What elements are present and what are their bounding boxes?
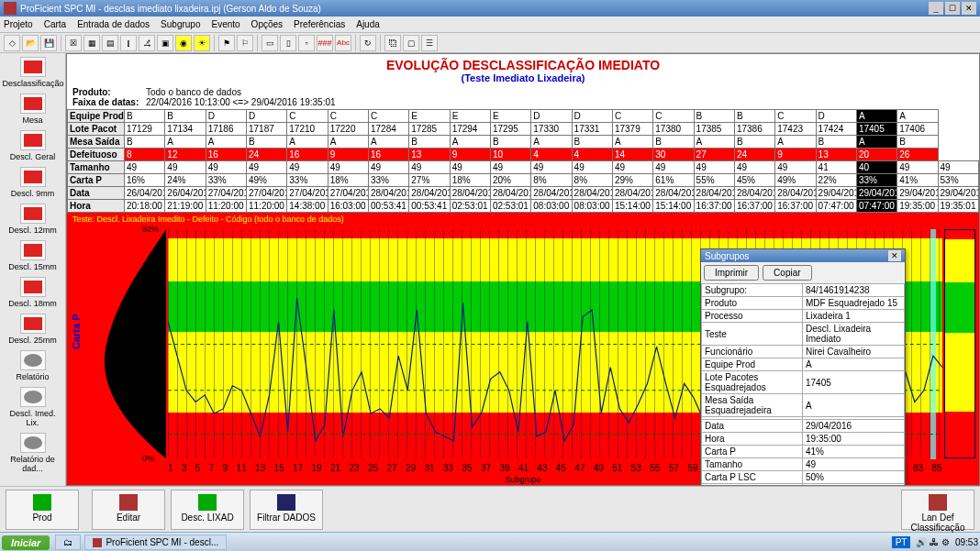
sidebar-item[interactable]: Relatório bbox=[3, 348, 63, 383]
tray-lang[interactable]: PT bbox=[892, 536, 911, 548]
table-cell: 17380 bbox=[653, 123, 694, 136]
table-cell: B bbox=[409, 136, 450, 149]
popup-close-button[interactable]: ✕ bbox=[888, 250, 901, 261]
sidebar-item[interactable]: Desclassificação bbox=[3, 55, 63, 90]
tb-table2[interactable]: ▤ bbox=[102, 35, 118, 51]
tb-win2[interactable]: ▯ bbox=[280, 35, 296, 51]
table-cell: 10 bbox=[490, 149, 530, 161]
maximize-button[interactable]: ☐ bbox=[945, 2, 960, 15]
subgroup-popup[interactable]: Subgrupos ✕ Imprimir Copiar Subgrupo:84/… bbox=[700, 248, 906, 486]
table-cell: D bbox=[246, 110, 286, 123]
table-cell: 17129 bbox=[125, 123, 165, 136]
table-cell: A bbox=[612, 136, 652, 149]
table-cell: C bbox=[653, 110, 694, 123]
action-button[interactable]: Filtrar DADOS bbox=[250, 490, 323, 530]
sidebar-label: Relatório de dad... bbox=[3, 455, 63, 473]
tb-yellow2[interactable]: ☀ bbox=[194, 35, 210, 51]
menu-projeto[interactable]: Projeto bbox=[4, 19, 33, 29]
close-button[interactable]: ✕ bbox=[962, 2, 976, 15]
chart-histogram bbox=[87, 229, 166, 458]
window-titlebar: ProFicient SPC MI - desclas imediato lix… bbox=[0, 0, 980, 17]
tb-win1[interactable]: ▭ bbox=[262, 35, 278, 51]
table-cell: 17134 bbox=[165, 123, 206, 136]
table-cell: E bbox=[450, 110, 490, 123]
tb-win3[interactable]: ▫ bbox=[298, 35, 315, 51]
tb-table1[interactable]: ▦ bbox=[84, 35, 100, 51]
tb-hash[interactable]: ### bbox=[317, 35, 333, 51]
tb-paste[interactable]: ▢ bbox=[403, 35, 419, 51]
menu-ajuda[interactable]: Ajuda bbox=[356, 19, 380, 29]
sidebar-icon bbox=[20, 277, 46, 297]
menu-carta[interactable]: Carta bbox=[44, 19, 66, 29]
menu-evento[interactable]: Evento bbox=[211, 19, 239, 29]
action-icon bbox=[277, 494, 295, 511]
table-cell: 49 bbox=[125, 161, 165, 174]
tb-copy[interactable]: ⿻ bbox=[384, 35, 401, 51]
sidebar-item[interactable]: Descl. Geral bbox=[3, 128, 63, 163]
minimize-button[interactable]: _ bbox=[929, 2, 943, 15]
table-cell: E bbox=[409, 110, 450, 123]
table-cell: 28/04/2016 bbox=[450, 187, 490, 200]
table-cell: 28/04/2016 bbox=[734, 187, 774, 200]
tb-form[interactable]: ▣ bbox=[157, 35, 173, 51]
tb-new[interactable]: ◇ bbox=[4, 35, 20, 51]
tb-abc[interactable]: Abc bbox=[335, 35, 351, 51]
table-cell: B bbox=[125, 136, 165, 149]
popup-cell: Nirei Cavalheiro bbox=[803, 346, 905, 358]
taskbar-sep-icon[interactable]: 🗂 bbox=[55, 534, 81, 550]
sidebar-item[interactable]: Descl. 9mm bbox=[3, 165, 63, 200]
tb-list[interactable]: ☰ bbox=[421, 35, 438, 51]
tb-save[interactable]: 💾 bbox=[40, 35, 57, 51]
table-cell: D bbox=[531, 110, 572, 123]
table-cell: 55% bbox=[694, 174, 734, 187]
table-cell: 17295 bbox=[490, 123, 530, 136]
sidebar-item[interactable]: Relatório de dad... bbox=[3, 431, 63, 475]
menu-subgrupo[interactable]: Subgrupo bbox=[161, 19, 200, 29]
table-cell: 49 bbox=[328, 161, 368, 174]
action-button[interactable]: Desc. LIXAD bbox=[171, 490, 244, 530]
table-cell: 41% bbox=[897, 174, 938, 187]
popup-cell: 49 bbox=[803, 458, 905, 471]
table-cell: 07:47:00 bbox=[816, 200, 856, 213]
action-icon bbox=[33, 494, 51, 511]
tb-flag1[interactable]: ⚑ bbox=[218, 35, 235, 51]
sidebar-item[interactable]: Descl. 12mm bbox=[3, 202, 63, 237]
menu-opções[interactable]: Opções bbox=[251, 19, 283, 29]
action-button[interactable]: Prod bbox=[6, 490, 79, 530]
sidebar-item[interactable]: Mesa bbox=[3, 92, 63, 127]
tb-yellow1[interactable]: ◉ bbox=[175, 35, 192, 51]
table-cell: 49 bbox=[775, 161, 816, 174]
tb-grid[interactable]: ☒ bbox=[65, 35, 82, 51]
sidebar-item[interactable]: Descl. 15mm bbox=[3, 238, 63, 273]
popup-cell: 84/1461914238 bbox=[803, 284, 905, 297]
tb-flag2[interactable]: ⚐ bbox=[237, 35, 253, 51]
popup-cell: Mesa Saída Esquadrejadeira bbox=[702, 394, 803, 417]
tb-trend[interactable]: ⦨ bbox=[139, 35, 155, 51]
table-cell: 26/04/2016 bbox=[165, 187, 206, 200]
popup-cell: Carta P LSC bbox=[702, 471, 803, 484]
tb-chart[interactable]: ⫿ bbox=[120, 35, 137, 51]
sidebar-item[interactable]: Descl. 18mm bbox=[3, 275, 63, 310]
popup-cell: Carta P bbox=[702, 446, 803, 458]
menu-entrada de dados[interactable]: Entrada de dados bbox=[77, 19, 150, 29]
popup-cell: Descl. Lixadeira Imediato bbox=[803, 323, 905, 346]
action-button[interactable]: Editar bbox=[92, 490, 165, 530]
action-button[interactable]: Lan Def Classificação bbox=[901, 490, 974, 530]
tray-icons[interactable]: 🔊 🖧 ⚙ bbox=[916, 537, 950, 547]
tb-open[interactable]: 📂 bbox=[22, 35, 39, 51]
tb-refresh[interactable]: ↻ bbox=[360, 35, 376, 51]
taskbar-item-app[interactable]: ProFicient SPC MI - descl... bbox=[84, 534, 227, 550]
menu-preferências[interactable]: Preferências bbox=[294, 19, 345, 29]
sidebar-item[interactable]: Descl. Imed. Lix. bbox=[3, 385, 63, 429]
table-cell: 49 bbox=[368, 161, 408, 174]
popup-print-button[interactable]: Imprimir bbox=[704, 265, 759, 281]
table-cell: 15:14:00 bbox=[653, 200, 694, 213]
table-cell: 27% bbox=[409, 174, 450, 187]
table-cell: 21:19:00 bbox=[165, 200, 206, 213]
table-cell: B bbox=[165, 110, 206, 123]
popup-copy-button[interactable]: Copiar bbox=[763, 265, 811, 281]
start-button[interactable]: Iniciar bbox=[2, 535, 50, 550]
table-cell: 24 bbox=[246, 149, 286, 161]
sidebar-item[interactable]: Descl. 25mm bbox=[3, 312, 63, 347]
table-cell: 9 bbox=[328, 149, 368, 161]
